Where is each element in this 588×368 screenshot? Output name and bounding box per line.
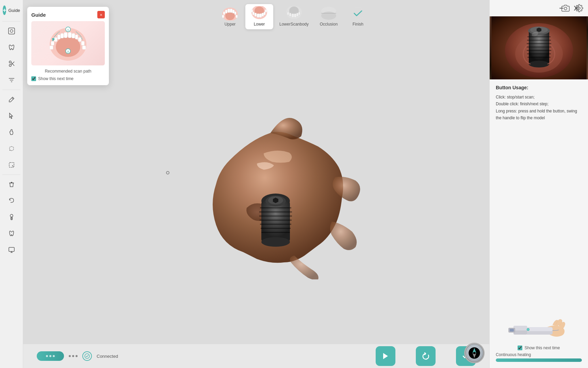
svg-rect-46: [234, 12, 236, 15]
tab-lower-icon: [250, 6, 268, 20]
tab-lower-label: Lower: [254, 22, 265, 27]
compass-circle: [464, 343, 485, 363]
hand-icon-btn[interactable]: [4, 125, 19, 140]
tab-upper-icon: [221, 6, 239, 20]
show-next-time-row[interactable]: Show this next time: [518, 346, 560, 350]
svg-rect-27: [58, 35, 60, 39]
scan-tabs: Upper Lower: [216, 4, 372, 29]
svg-rect-52: [259, 14, 262, 17]
svg-line-9: [12, 98, 13, 99]
pen-icon-btn[interactable]: [4, 92, 19, 107]
minimize-button[interactable]: [557, 3, 566, 13]
svg-rect-66: [298, 12, 300, 15]
add-icon[interactable]: +: [3, 5, 6, 15]
sidebar-divider-3: [2, 174, 21, 175]
tab-lower-scanbody[interactable]: LowerScanbody: [275, 4, 313, 29]
svg-point-86: [261, 237, 290, 247]
tooth2-icon-btn[interactable]: [4, 226, 19, 241]
usage-line-2: Double click: finish/next step;: [496, 101, 582, 107]
sidebar-divider-2: [2, 90, 21, 90]
tooth2-icon: [8, 230, 15, 237]
monitor-icon-btn[interactable]: [4, 242, 19, 257]
close-icon: [573, 5, 580, 12]
tooth-icon-btn[interactable]: [4, 40, 19, 55]
svg-rect-32: [81, 41, 84, 45]
svg-rect-29: [54, 37, 57, 42]
svg-text:1: 1: [67, 28, 69, 31]
svg-rect-42: [230, 9, 232, 13]
svg-rect-54: [262, 13, 264, 16]
show-next-checkbox[interactable]: [518, 346, 522, 350]
button-usage-text: Click: stop/start scan; Double click: fi…: [496, 94, 582, 122]
box-select-icon-btn[interactable]: [4, 157, 19, 172]
svg-rect-63: [289, 13, 291, 16]
guide-popup-title: Guide: [31, 12, 46, 18]
scanner-svg: [505, 311, 573, 341]
guide-button[interactable]: + Guide: [0, 3, 23, 20]
device-dot-1: [46, 355, 48, 357]
close-button[interactable]: [572, 3, 581, 13]
filter-icon-btn[interactable]: [4, 73, 19, 88]
implant-icon: [8, 213, 15, 221]
replay-button[interactable]: [416, 346, 436, 366]
svg-rect-28: [75, 35, 78, 39]
compass-svg: [465, 343, 484, 363]
svg-rect-45: [223, 12, 225, 15]
tab-lower-scanbody-icon: [285, 6, 303, 20]
svg-rect-71: [559, 8, 564, 9]
view-icon-btn[interactable]: [4, 24, 19, 39]
guide-show-next-row[interactable]: Show this next time: [31, 76, 105, 81]
tooth-icon: [8, 44, 15, 51]
scissors-icon-btn[interactable]: [4, 56, 19, 71]
bottom-bar: Connected: [23, 344, 489, 368]
svg-rect-30: [51, 41, 54, 45]
continuous-heating-label: Continuous heating: [496, 352, 531, 357]
svg-rect-0: [9, 28, 15, 34]
svg-rect-65: [287, 12, 289, 15]
right-panel: Button Usage: Click: stop/start scan; Do…: [489, 0, 588, 368]
svg-rect-44: [232, 10, 234, 13]
svg-point-68: [321, 12, 336, 20]
delete-icon: [8, 181, 15, 188]
undo-icon-btn[interactable]: [4, 193, 19, 208]
guide-arch-svg: 1 2: [48, 26, 88, 61]
guide-close-button[interactable]: ×: [97, 11, 105, 18]
bottom-center: [376, 346, 476, 366]
delete-icon-btn[interactable]: [4, 177, 19, 192]
device-dot-2: [49, 355, 51, 357]
svg-rect-34: [82, 46, 86, 49]
minimize-icon: [558, 5, 565, 12]
usage-line-4: the handle to flip the model: [496, 114, 582, 121]
check-circle-icon: [84, 353, 90, 359]
tab-lower[interactable]: Lower: [245, 4, 273, 29]
compass-widget[interactable]: [464, 343, 486, 365]
svg-point-12: [10, 214, 13, 217]
implant-icon-btn[interactable]: [4, 210, 19, 225]
tab-finish[interactable]: Finish: [344, 4, 372, 29]
tab-occlusion[interactable]: Occlusion: [315, 4, 343, 29]
play-button[interactable]: [376, 346, 395, 366]
show-next-time-label: Show this next time: [524, 346, 560, 350]
svg-rect-26: [72, 33, 75, 38]
lasso-icon-btn[interactable]: [4, 141, 19, 156]
tab-upper-label: Upper: [225, 22, 236, 27]
svg-rect-47: [222, 15, 224, 18]
svg-rect-43: [225, 10, 227, 13]
pointer-icon-btn[interactable]: [4, 108, 19, 123]
svg-rect-55: [252, 12, 254, 15]
device-dots: [46, 355, 55, 357]
scan-model-svg: [189, 89, 366, 279]
sidebar-divider: [2, 21, 21, 21]
usage-line-1: Click: stop/start scan;: [496, 94, 582, 101]
svg-rect-61: [292, 14, 294, 17]
heating-progress-bar: [496, 358, 582, 362]
svg-rect-31: [78, 37, 81, 42]
guide-show-next-label: Show this next time: [38, 76, 74, 81]
play-icon: [381, 352, 390, 360]
scissors-icon: [8, 60, 15, 67]
svg-rect-58: [265, 10, 267, 12]
camera-preview: [490, 16, 588, 79]
guide-show-checkbox[interactable]: [31, 76, 36, 81]
svg-text:2: 2: [67, 50, 69, 53]
tab-upper[interactable]: Upper: [216, 4, 244, 29]
